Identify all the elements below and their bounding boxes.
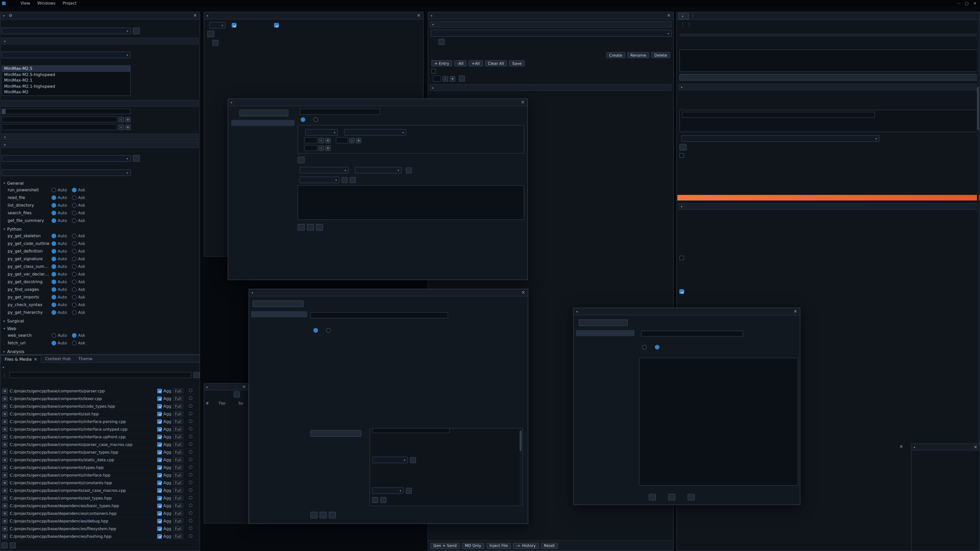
full-flag[interactable]: Full — [173, 495, 183, 500]
auto-radio[interactable] — [52, 333, 56, 338]
max-output-tokens-input[interactable] — [336, 137, 348, 143]
agg-checkbox[interactable] — [157, 519, 162, 523]
model-option[interactable]: MiniMax-M2.5 — [2, 66, 130, 72]
close-icon[interactable]: × — [242, 384, 246, 389]
agg-checkbox[interactable] — [157, 488, 162, 492]
preset-manager-titlebar[interactable]: ▾ × — [574, 308, 800, 315]
agg-checkbox[interactable] — [157, 526, 162, 531]
full-flag[interactable]: Full — [173, 488, 183, 493]
cache-indicator[interactable] — [189, 389, 192, 392]
cache-indicator[interactable] — [189, 450, 192, 454]
close-icon[interactable]: × — [794, 309, 797, 314]
tool-group-surgical[interactable]: ▸Surgical — [2, 318, 199, 324]
ask-radio[interactable] — [72, 188, 76, 192]
add-preferred-model-button[interactable] — [298, 157, 305, 163]
preset-content-textarea[interactable] — [639, 358, 798, 486]
remove-file-button[interactable]: × — [2, 395, 8, 401]
auto-radio[interactable] — [52, 195, 56, 200]
auto-radio[interactable] — [52, 279, 56, 284]
create-track-button[interactable] — [679, 144, 687, 151]
close-icon[interactable]: × — [193, 13, 197, 18]
decrement-button[interactable]: - — [118, 117, 124, 122]
discussion-select[interactable]: ▾ — [431, 30, 672, 37]
delete-persona-button[interactable] — [307, 224, 314, 230]
tab-files-media[interactable]: Files & Media× — [0, 355, 41, 363]
cache-indicator[interactable] — [189, 442, 192, 446]
ask-radio[interactable] — [72, 333, 76, 338]
ask-radio[interactable] — [72, 195, 76, 200]
auto-radio[interactable] — [52, 211, 56, 215]
parameters-section-header[interactable] — [2, 100, 199, 106]
agg-checkbox[interactable] — [157, 404, 162, 408]
provider-model-section-header[interactable]: ▾ — [2, 38, 199, 44]
preferred-provider-select[interactable]: ▾ — [305, 129, 338, 136]
model-option[interactable]: MiniMax-M2 — [2, 89, 130, 95]
full-flag[interactable]: Full — [173, 457, 183, 462]
increment-button[interactable]: + — [356, 138, 361, 143]
bias-profile-select[interactable]: ▾ — [355, 167, 402, 173]
maximize-button[interactable]: ▢ — [963, 1, 971, 6]
remove-file-button[interactable]: × — [2, 426, 8, 432]
agg-checkbox[interactable] — [157, 442, 162, 447]
decrement-button[interactable]: - — [349, 138, 355, 143]
files-section-header[interactable]: ▾ — [3, 365, 6, 369]
model-option[interactable]: MiniMax-M2.1-highspeed — [2, 83, 130, 89]
agg-checkbox[interactable] — [157, 434, 162, 439]
clear-all-button[interactable]: Clear All — [485, 60, 507, 66]
cache-indicator[interactable] — [189, 457, 192, 461]
tool-preset-select[interactable]: ▾ — [300, 167, 348, 173]
ask-radio[interactable] — [72, 287, 76, 292]
full-flag[interactable]: Full — [173, 396, 183, 401]
remove-file-button[interactable]: × — [2, 495, 8, 501]
tab-mma-dashboard[interactable]: ▾ — [678, 13, 689, 19]
remove-file-button[interactable]: × — [2, 465, 8, 470]
model-option[interactable]: MiniMax-M2.5-highspeed — [2, 72, 130, 78]
preset-name-input[interactable] — [641, 330, 743, 337]
epic-planning-textarea[interactable] — [679, 49, 978, 72]
new-preset-button[interactable] — [579, 319, 628, 326]
full-flag[interactable]: Full — [173, 419, 183, 424]
remove-file-button[interactable]: × — [2, 534, 8, 539]
close-icon[interactable]: × — [522, 290, 525, 295]
full-flag[interactable]: Full — [173, 403, 183, 409]
full-flag[interactable]: Full — [173, 503, 183, 508]
md-only-button[interactable]: MD Only — [462, 543, 484, 549]
agg-checkbox[interactable] — [157, 396, 162, 401]
agg-checkbox[interactable] — [157, 419, 162, 424]
cache-indicator[interactable] — [189, 396, 192, 400]
agg-checkbox[interactable] — [157, 503, 162, 508]
close-icon[interactable]: × — [34, 357, 38, 362]
save-button[interactable]: Save — [509, 60, 525, 66]
agg-checkbox[interactable] — [157, 411, 162, 416]
increment-button[interactable]: + — [325, 138, 331, 143]
agg-checkbox[interactable] — [157, 427, 162, 431]
delete-button[interactable]: Delete — [651, 52, 670, 58]
new-tool-preset-button[interactable] — [253, 300, 304, 307]
tool-group-general[interactable]: ▾General — [2, 179, 199, 186]
add-tool-override-button[interactable] — [410, 457, 416, 463]
base-dir-input[interactable] — [9, 372, 191, 378]
increment-button[interactable]: + — [125, 117, 130, 122]
agg-checkbox[interactable] — [157, 457, 162, 462]
agg-checkbox[interactable] — [157, 450, 162, 454]
cache-indicator[interactable] — [189, 412, 192, 415]
save-tool-preset-button[interactable] — [310, 512, 318, 518]
tool-group-analysis[interactable]: ▸Analysis — [2, 348, 199, 354]
cache-indicator[interactable] — [189, 427, 192, 430]
cache-indicator[interactable] — [189, 481, 192, 484]
ask-radio[interactable] — [72, 233, 76, 238]
remove-file-button[interactable]: × — [2, 526, 8, 531]
agg-checkbox[interactable] — [157, 473, 162, 477]
save-persona-button[interactable] — [298, 224, 305, 230]
tool-group-python[interactable]: ▾Python — [2, 225, 199, 232]
preset-list-item[interactable] — [576, 330, 635, 336]
ask-radio[interactable] — [72, 295, 76, 300]
popout-tool-calls-checkbox[interactable] — [232, 23, 236, 27]
manage-presets-button[interactable] — [133, 155, 140, 162]
close-icon[interactable]: × — [417, 13, 421, 18]
tool-preset-name-input[interactable] — [310, 312, 448, 318]
auto-radio[interactable] — [52, 272, 56, 276]
scrollbar-thumb[interactable] — [520, 430, 522, 451]
auto-radio[interactable] — [52, 310, 56, 315]
full-flag[interactable]: Full — [173, 465, 183, 470]
